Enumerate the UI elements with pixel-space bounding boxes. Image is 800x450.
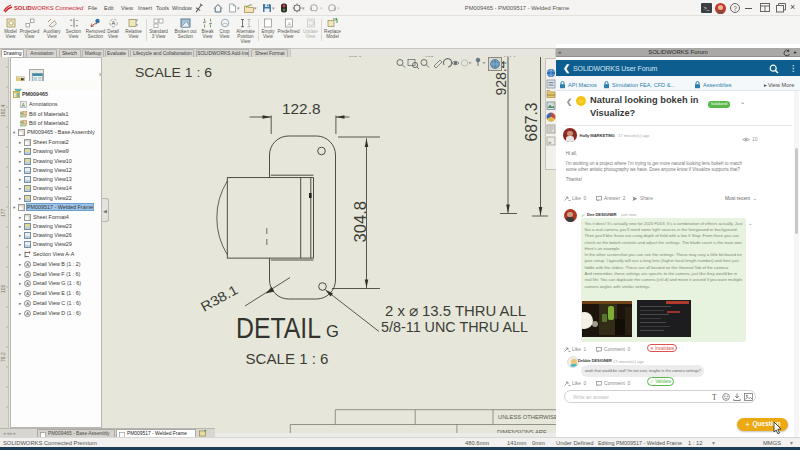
svg-text:R38.1: R38.1 [198,282,240,315]
svg-text:2 x ⌀ 13.5 THRU ALL: 2 x ⌀ 13.5 THRU ALL [385,302,526,319]
svg-text:177: 177 [0,208,6,217]
svg-text:UNLESS OTHERWISE SPEC: UNLESS OTHERWISE SPEC [498,414,556,420]
svg-text:SCALE 1 : 6: SCALE 1 : 6 [246,350,329,367]
svg-text:SCALE 1 : 6: SCALE 1 : 6 [135,65,212,80]
svg-text:304.8: 304.8 [351,201,369,243]
svg-text:76.2: 76.2 [0,352,6,362]
svg-text:122.8: 122.8 [282,101,321,117]
svg-text:192.4: 192.4 [0,104,6,117]
svg-text:A: A [111,20,115,26]
svg-text:105: 105 [0,284,6,293]
svg-text:687.3: 687.3 [523,102,540,141]
svg-text:G: G [326,322,339,340]
svg-text:DETAIL: DETAIL [236,312,321,344]
svg-text:5/8-11 UNC THRU ALL: 5/8-11 UNC THRU ALL [381,318,528,335]
svg-text:A: A [287,21,291,27]
